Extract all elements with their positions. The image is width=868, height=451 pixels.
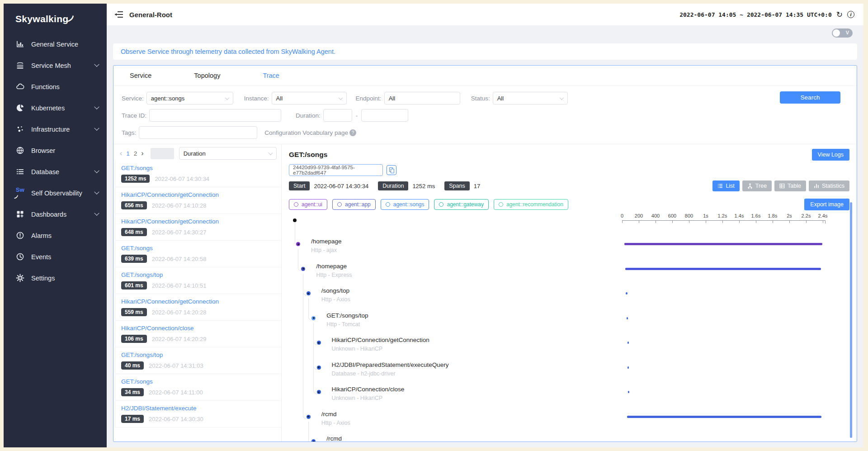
sidebar-item-kubernetes[interactable]: Kubernetes — [4, 97, 107, 119]
trace-list-item[interactable]: HikariCP/Connection/getConnection559 ms2… — [115, 294, 281, 321]
span-row[interactable]: /homepageHttp - Express — [289, 263, 849, 283]
app-window: Skywalking) General ServiceService MeshF… — [4, 4, 863, 447]
trace-id-input[interactable] — [149, 109, 281, 122]
span-duration-bar[interactable] — [625, 268, 821, 270]
span-duration-bar[interactable] — [626, 292, 627, 294]
version-toggle[interactable]: V — [832, 28, 853, 38]
trace-list-item[interactable]: H2/JDBI/Statement/execute17 ms2022-06-07… — [115, 401, 281, 427]
trace-list-item[interactable]: GET:/songs/top40 ms2022-06-07 14:31:03 — [115, 347, 281, 374]
sidebar-item-dashboards[interactable]: Dashboards — [4, 204, 107, 225]
span-row[interactable]: /rcmdHttp - Axios — [289, 411, 849, 431]
span-name[interactable]: GET:/songs/top — [326, 312, 368, 319]
sidebar-item-self-observability[interactable]: Sw)Self Observability — [4, 182, 107, 204]
service-chip-agent-songs[interactable]: agent::songs — [381, 199, 429, 210]
endpoint-input[interactable]: All — [384, 92, 460, 104]
service-chip-agent-ui[interactable]: agent::ui — [289, 199, 327, 210]
trace-item-name[interactable]: GET:/songs — [121, 378, 276, 385]
trace-list-item[interactable]: HikariCP/Connection/getConnection656 ms2… — [115, 187, 281, 214]
page-jump-box[interactable] — [151, 148, 174, 159]
refresh-icon[interactable]: ↻ — [836, 11, 843, 19]
span-row[interactable]: /rcmd — [289, 435, 849, 442]
tab-trace[interactable]: Trace — [263, 72, 279, 79]
service-chip-agent-recommendation[interactable]: agent::recommendation — [494, 199, 568, 210]
question-circle-icon[interactable]: ? — [349, 129, 356, 136]
duration-min-input[interactable] — [323, 109, 352, 122]
trace-item-name[interactable]: GET:/songs — [121, 165, 276, 171]
span-duration-bar[interactable] — [628, 391, 629, 393]
prev-page-button[interactable]: ‹ — [120, 149, 122, 157]
sidebar-item-functions[interactable]: Functions — [4, 76, 107, 97]
vertical-scrollbar[interactable] — [850, 202, 852, 438]
time-range-picker[interactable]: 2022-06-07 14:05 ~ 2022-06-07 14:35 UTC+… — [679, 11, 832, 18]
tab-service[interactable]: Service — [130, 72, 151, 79]
sidebar-item-general-service[interactable]: General Service — [4, 33, 107, 55]
span-row[interactable]: /homepageHttp - ajax — [289, 238, 849, 258]
tab-topology[interactable]: Topology — [194, 72, 220, 79]
trace-item-name[interactable]: H2/JDBI/Statement/execute — [121, 405, 276, 412]
service-select[interactable]: agent::songs — [146, 92, 233, 104]
span-name[interactable]: /rcmd — [321, 411, 337, 418]
sort-select[interactable]: Duration — [179, 147, 277, 160]
span-dot — [317, 390, 321, 394]
vocab-link[interactable]: Configuration Vocabulary page ? — [264, 129, 356, 136]
span-row[interactable]: H2/JDBI/PreparedStatement/executeQueryDa… — [289, 361, 849, 381]
service-chip-agent-app[interactable]: agent::app — [332, 199, 376, 210]
sidebar-item-browser[interactable]: Browser — [4, 140, 107, 161]
trace-item-name[interactable]: HikariCP/Connection/close — [121, 325, 276, 332]
duration-max-input[interactable] — [361, 109, 408, 122]
search-button[interactable]: Search — [780, 91, 840, 104]
next-page-button[interactable]: › — [141, 149, 143, 157]
tree-view-button[interactable]: Tree — [742, 180, 772, 191]
sidebar-item-events[interactable]: Events — [4, 246, 107, 267]
trace-item-name[interactable]: HikariCP/Connection/getConnection — [121, 191, 276, 198]
copy-icon[interactable] — [387, 165, 396, 175]
service-chip-agent-gateway[interactable]: agent::gateway — [434, 199, 488, 210]
trace-item-name[interactable]: GET:/songs/top — [121, 351, 276, 358]
span-duration-bar[interactable] — [624, 243, 822, 245]
span-duration-bar[interactable] — [627, 366, 629, 369]
span-duration-bar[interactable] — [627, 342, 629, 344]
trace-list-item[interactable]: GET:/songs639 ms2022-06-07 14:20:58 — [115, 241, 281, 267]
sidebar-item-database[interactable]: Database — [4, 161, 107, 182]
span-row[interactable]: HikariCP/Connection/closeUnknown - Hikar… — [289, 386, 849, 406]
list-view-button[interactable]: List — [712, 180, 739, 191]
span-row[interactable]: /songs/topHttp - Axios — [289, 287, 849, 307]
sidebar-item-alarms[interactable]: Alarms — [4, 225, 107, 246]
page-2-button[interactable]: 2 — [134, 150, 137, 157]
span-duration-bar[interactable] — [627, 416, 821, 418]
status-select[interactable]: All — [493, 92, 568, 104]
trace-id-select[interactable]: 24420d99-9739-4faf-9575-e77b2dadf647 — [289, 164, 383, 176]
span-name[interactable]: H2/JDBI/PreparedStatement/executeQuery — [332, 361, 449, 368]
instance-select[interactable]: All — [272, 92, 347, 104]
span-row[interactable]: GET:/songs/topHttp - Tomcat — [289, 312, 849, 332]
tags-input[interactable] — [139, 126, 257, 139]
trace-item-name[interactable]: GET:/songs/top — [121, 271, 276, 278]
span-name[interactable]: HikariCP/Connection/getConnection — [332, 337, 429, 343]
span-name[interactable]: /homepage — [311, 238, 342, 245]
span-name[interactable]: HikariCP/Connection/close — [332, 386, 405, 393]
span-name[interactable]: /songs/top — [321, 287, 349, 294]
statistics-view-button[interactable]: Statistics — [809, 180, 849, 191]
info-icon[interactable]: i — [847, 11, 854, 18]
trace-list-item[interactable]: HikariCP/Connection/getConnection648 ms2… — [115, 214, 281, 241]
trace-list-item[interactable]: GET:/songs/top601 ms2022-06-07 14:10:51 — [115, 267, 281, 294]
sidebar-item-settings[interactable]: Settings — [4, 267, 107, 289]
trace-list-item[interactable]: HikariCP/Connection/close106 ms2022-06-0… — [115, 321, 281, 347]
trace-list-item[interactable]: GET:/songs34 ms2022-06-07 14:11:00 — [115, 374, 281, 401]
view-logs-button[interactable]: View Logs — [812, 149, 849, 161]
sidebar-item-infrastructure[interactable]: Infrastructure — [4, 119, 107, 140]
table-view-button[interactable]: Table — [774, 180, 806, 191]
axis-tick-label: 2s — [787, 213, 792, 218]
trace-item-name[interactable]: HikariCP/Connection/getConnection — [121, 298, 276, 305]
page-1-button[interactable]: 1 — [126, 150, 130, 157]
span-name[interactable]: /rcmd — [326, 435, 342, 442]
trace-item-name[interactable]: GET:/songs — [121, 245, 276, 252]
span-name[interactable]: /homepage — [316, 263, 347, 270]
span-duration-bar[interactable] — [627, 317, 628, 319]
trace-list-item[interactable]: GET:/songs1252 ms2022-06-07 14:30:34 — [115, 161, 281, 187]
trace-item-name[interactable]: HikariCP/Connection/getConnection — [121, 218, 276, 225]
sidebar-item-service-mesh[interactable]: Service Mesh — [4, 55, 107, 76]
export-image-button[interactable]: Export image — [804, 199, 849, 210]
menu-fold-icon[interactable] — [115, 11, 123, 18]
span-row[interactable]: HikariCP/Connection/getConnectionUnknown… — [289, 337, 849, 356]
